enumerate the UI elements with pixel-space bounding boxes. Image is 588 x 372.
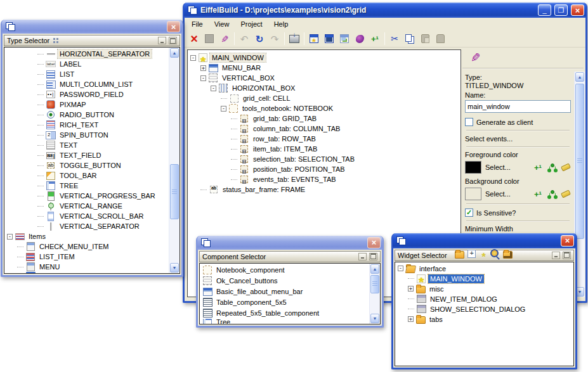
generate-client-checkbox[interactable]	[465, 118, 473, 126]
add-one-icon[interactable]	[533, 189, 543, 199]
scroll-up-button[interactable]: ▲	[370, 264, 379, 274]
maximize-button[interactable]: ❐	[554, 4, 568, 16]
list-item[interactable]: Tree	[200, 319, 369, 324]
window-screen-button[interactable]	[322, 32, 337, 46]
scroll-thumb[interactable]	[370, 275, 379, 293]
minimize-button[interactable]: _	[538, 4, 551, 16]
type-selector-caption[interactable]: Type Selector	[4, 35, 180, 46]
widget-selector-titlebar[interactable]: ×	[393, 233, 576, 248]
tree-row[interactable]: TOOL_BAR	[4, 170, 169, 181]
tree-row[interactable]: TEXT	[4, 140, 169, 150]
copy-button[interactable]	[402, 32, 417, 46]
component-selector-titlebar[interactable]: ×	[197, 236, 382, 250]
tree-row[interactable]: PIXMAP	[4, 99, 169, 110]
tree-row[interactable]: MAIN_WINDOW	[395, 274, 573, 284]
scroll-down-button[interactable]: ▼	[370, 314, 379, 323]
tree-row[interactable]: MULTI_COLUMN_LIST	[4, 79, 169, 89]
tree-row[interactable]: -VERTICAL_BOX	[188, 73, 461, 83]
list-item[interactable]: Table_component_5x5	[200, 297, 369, 308]
tree-row[interactable]: LIST_ITEM	[4, 252, 169, 262]
select-events-button[interactable]: Select events...	[465, 134, 571, 144]
delete-button[interactable]	[186, 32, 202, 46]
panel-minimize-button[interactable]	[358, 253, 367, 260]
add-grid-button[interactable]	[467, 249, 477, 262]
widget-selector-caption[interactable]: Widget Selector	[395, 250, 574, 261]
scroll-up-button[interactable]: ▲	[575, 72, 584, 82]
scroll-down-button[interactable]: ▼	[170, 263, 179, 273]
list-item[interactable]: Ok_Cancel_buttons	[200, 276, 369, 286]
tree-row[interactable]: column_tab: COLUMN_TAB	[188, 124, 461, 134]
debug-button[interactable]	[352, 32, 367, 46]
panel-maximize-button[interactable]	[563, 252, 571, 259]
tree-row[interactable]: CHECK_MENU_ITEM	[4, 241, 169, 252]
close-button[interactable]: ×	[167, 21, 180, 32]
tree-row[interactable]: position_tab: POSITION_TAB	[188, 164, 461, 174]
tree-row[interactable]: LABEL	[4, 59, 169, 69]
grid-view-icon[interactable]	[52, 35, 62, 46]
type-selector-titlebar[interactable]: ×	[2, 20, 182, 34]
panel-maximize-button[interactable]	[169, 37, 177, 44]
tree-row[interactable]: LIST	[4, 69, 169, 79]
tree-row[interactable]: -HORIZONTAL_BOX	[188, 83, 461, 93]
expand-toggle[interactable]: +	[408, 316, 414, 322]
eraser-icon[interactable]	[561, 162, 571, 172]
color-nodes-icon[interactable]	[547, 162, 557, 172]
folder-button[interactable]	[455, 249, 465, 262]
scroll-thumb[interactable]	[575, 84, 584, 239]
window-gear-button[interactable]	[306, 32, 322, 46]
tree-row[interactable]: grid_tab: GRID_TAB	[188, 113, 461, 124]
type-list-scrollbar[interactable]: ▲ ▼	[169, 48, 180, 273]
tree-row[interactable]: HORIZONTAL_SEPARATOR	[4, 49, 169, 59]
scroll-thumb[interactable]	[170, 164, 179, 219]
tree-row[interactable]: row_tab: ROW_TAB	[188, 134, 461, 144]
tree-row[interactable]: -Items	[4, 231, 169, 241]
close-button[interactable]: ×	[367, 237, 381, 248]
add-one-icon[interactable]	[533, 162, 543, 172]
tree-row[interactable]: TEXT_FIELD	[4, 150, 169, 160]
tree-row[interactable]: item_tab: ITEM_TAB	[188, 144, 461, 154]
list-item[interactable]: Basic_file_about_menu_bar	[200, 286, 369, 297]
tree-row[interactable]: VERTICAL_SCROLL_BAR	[4, 211, 169, 221]
foreground-select-button[interactable]: Select...	[485, 162, 529, 172]
refresh-button[interactable]	[252, 32, 267, 46]
folder-out-button[interactable]	[503, 249, 513, 262]
menu-item-file[interactable]: File	[186, 19, 209, 29]
collapse-toggle[interactable]: -	[190, 55, 196, 61]
cut-button[interactable]	[387, 32, 402, 46]
tree-row[interactable]: RICH_TEXT	[4, 120, 169, 130]
close-button[interactable]: ×	[571, 4, 584, 16]
scroll-up-button[interactable]: ▲	[170, 48, 179, 58]
tree-row[interactable]: TOGGLE_BUTTON	[4, 160, 169, 170]
tree-row[interactable]: NEW_ITEM_DIALOG	[395, 294, 573, 304]
eraser-icon[interactable]	[561, 189, 571, 199]
menu-item-view[interactable]: View	[209, 19, 235, 29]
tree-row[interactable]: -tools_notebook: NOTEBOOK	[188, 103, 461, 113]
star-dim-button[interactable]	[479, 249, 489, 262]
collapse-toggle[interactable]: -	[211, 86, 216, 91]
collapse-toggle[interactable]: -	[7, 234, 13, 240]
main-window-titlebar[interactable]: EiffelBuild - D:\projects\examples\visio…	[184, 3, 586, 18]
name-input[interactable]	[465, 100, 571, 113]
build-button[interactable]	[217, 32, 232, 46]
tree-row[interactable]	[4, 272, 169, 273]
tree-row[interactable]: MENU	[4, 262, 169, 272]
panel-maximize-button[interactable]	[369, 253, 377, 260]
panel-minimize-button[interactable]	[552, 252, 560, 259]
component-list-scrollbar[interactable]: ▲ ▼	[369, 264, 380, 324]
menu-item-help[interactable]: Help	[268, 19, 294, 29]
tree-row[interactable]: SHOW_SELECTION_DIALOG	[395, 304, 573, 314]
search-button[interactable]	[491, 249, 501, 262]
tree-row[interactable]: +MENU_BAR	[188, 63, 461, 73]
window-light-button[interactable]	[337, 32, 352, 46]
color-nodes-icon[interactable]	[547, 189, 557, 199]
list-item[interactable]: Repeated_5x5_table_component	[200, 308, 369, 319]
tree-row[interactable]: +misc	[395, 284, 573, 294]
tree-row[interactable]: RADIO_BUTTON	[4, 110, 169, 120]
background-swatch[interactable]	[465, 188, 481, 200]
menu-item-project[interactable]: Project	[235, 19, 268, 29]
sensitive-checkbox[interactable]	[465, 208, 473, 217]
foreground-swatch[interactable]	[465, 161, 481, 174]
add-one-button[interactable]	[367, 32, 382, 46]
tree-row[interactable]: VERTICAL_PROGRESS_BAR	[4, 191, 169, 201]
tree-row[interactable]: grid_cell: CELL	[188, 93, 461, 103]
